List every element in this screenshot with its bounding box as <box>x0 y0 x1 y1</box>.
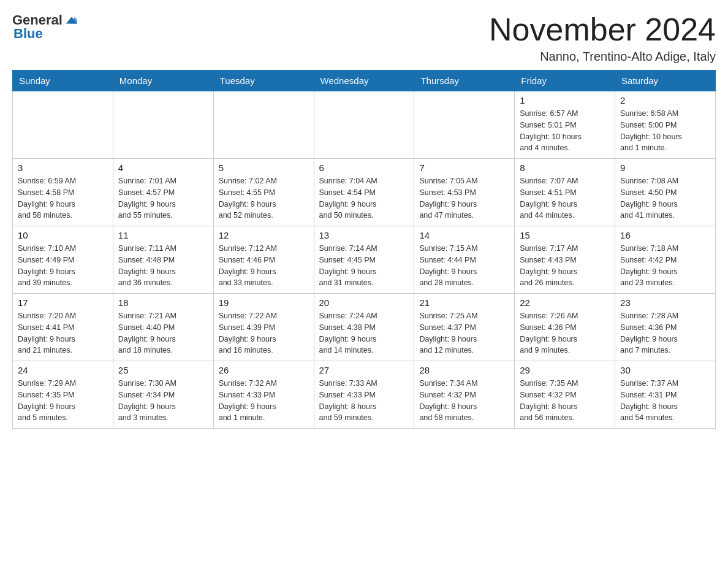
calendar-cell <box>314 91 414 159</box>
day-number: 4 <box>118 163 208 173</box>
day-number: 21 <box>419 297 509 308</box>
day-info: Sunrise: 7:12 AM Sunset: 4:46 PM Dayligh… <box>219 243 309 289</box>
day-number: 26 <box>219 365 309 375</box>
day-info: Sunrise: 7:25 AM Sunset: 4:37 PM Dayligh… <box>419 310 509 356</box>
day-number: 3 <box>18 163 108 173</box>
day-info: Sunrise: 7:04 AM Sunset: 4:54 PM Dayligh… <box>319 175 409 221</box>
day-info: Sunrise: 7:21 AM Sunset: 4:40 PM Dayligh… <box>118 310 208 356</box>
day-info: Sunrise: 7:15 AM Sunset: 4:44 PM Dayligh… <box>419 243 509 289</box>
day-number: 17 <box>18 297 108 308</box>
day-info: Sunrise: 7:17 AM Sunset: 4:43 PM Dayligh… <box>520 243 610 289</box>
calendar-cell: 6Sunrise: 7:04 AM Sunset: 4:54 PM Daylig… <box>314 159 414 226</box>
logo: General Blue <box>12 12 77 42</box>
calendar-cell: 5Sunrise: 7:02 AM Sunset: 4:55 PM Daylig… <box>213 159 314 226</box>
calendar-cell: 26Sunrise: 7:32 AM Sunset: 4:33 PM Dayli… <box>213 361 314 429</box>
week-row-4: 17Sunrise: 7:20 AM Sunset: 4:41 PM Dayli… <box>13 294 716 361</box>
calendar-cell: 8Sunrise: 7:07 AM Sunset: 4:51 PM Daylig… <box>515 159 615 226</box>
calendar-cell: 23Sunrise: 7:28 AM Sunset: 4:36 PM Dayli… <box>615 294 716 361</box>
day-info: Sunrise: 7:18 AM Sunset: 4:42 PM Dayligh… <box>620 243 710 289</box>
day-info: Sunrise: 7:34 AM Sunset: 4:32 PM Dayligh… <box>419 378 509 424</box>
calendar-cell: 18Sunrise: 7:21 AM Sunset: 4:40 PM Dayli… <box>113 294 213 361</box>
calendar-cell: 21Sunrise: 7:25 AM Sunset: 4:37 PM Dayli… <box>414 294 515 361</box>
location: Nanno, Trentino-Alto Adige, Italy <box>489 50 716 64</box>
day-info: Sunrise: 6:58 AM Sunset: 5:00 PM Dayligh… <box>620 108 710 154</box>
weekday-header-wednesday: Wednesday <box>314 71 414 91</box>
day-number: 18 <box>118 297 208 308</box>
calendar-cell <box>13 91 113 159</box>
day-number: 5 <box>219 163 309 173</box>
calendar-table: SundayMondayTuesdayWednesdayThursdayFrid… <box>12 70 716 429</box>
day-info: Sunrise: 7:32 AM Sunset: 4:33 PM Dayligh… <box>219 378 309 424</box>
day-info: Sunrise: 7:24 AM Sunset: 4:38 PM Dayligh… <box>319 310 409 356</box>
weekday-header-tuesday: Tuesday <box>213 71 314 91</box>
day-info: Sunrise: 7:29 AM Sunset: 4:35 PM Dayligh… <box>18 378 108 424</box>
calendar-cell: 29Sunrise: 7:35 AM Sunset: 4:32 PM Dayli… <box>515 361 615 429</box>
day-info: Sunrise: 7:08 AM Sunset: 4:50 PM Dayligh… <box>620 175 710 221</box>
calendar-cell: 11Sunrise: 7:11 AM Sunset: 4:48 PM Dayli… <box>113 226 213 294</box>
weekday-header-row: SundayMondayTuesdayWednesdayThursdayFrid… <box>13 71 716 91</box>
day-number: 23 <box>620 297 710 308</box>
calendar-cell: 16Sunrise: 7:18 AM Sunset: 4:42 PM Dayli… <box>615 226 716 294</box>
weekday-header-saturday: Saturday <box>615 71 716 91</box>
day-number: 13 <box>319 230 409 240</box>
calendar-cell: 10Sunrise: 7:10 AM Sunset: 4:49 PM Dayli… <box>13 226 113 294</box>
day-info: Sunrise: 7:30 AM Sunset: 4:34 PM Dayligh… <box>118 378 208 424</box>
calendar-cell: 4Sunrise: 7:01 AM Sunset: 4:57 PM Daylig… <box>113 159 213 226</box>
weekday-header-friday: Friday <box>515 71 615 91</box>
month-title: November 2024 <box>489 12 716 47</box>
day-number: 22 <box>520 297 610 308</box>
calendar-cell <box>113 91 213 159</box>
day-number: 15 <box>520 230 610 240</box>
calendar-cell <box>213 91 314 159</box>
day-info: Sunrise: 7:28 AM Sunset: 4:36 PM Dayligh… <box>620 310 710 356</box>
weekday-header-monday: Monday <box>113 71 213 91</box>
day-number: 7 <box>419 163 509 173</box>
day-info: Sunrise: 6:59 AM Sunset: 4:58 PM Dayligh… <box>18 175 108 221</box>
calendar-cell: 24Sunrise: 7:29 AM Sunset: 4:35 PM Dayli… <box>13 361 113 429</box>
day-info: Sunrise: 6:57 AM Sunset: 5:01 PM Dayligh… <box>520 108 610 154</box>
title-section: November 2024 Nanno, Trentino-Alto Adige… <box>489 12 716 64</box>
calendar-cell: 7Sunrise: 7:05 AM Sunset: 4:53 PM Daylig… <box>414 159 515 226</box>
calendar-cell: 25Sunrise: 7:30 AM Sunset: 4:34 PM Dayli… <box>113 361 213 429</box>
calendar-cell: 2Sunrise: 6:58 AM Sunset: 5:00 PM Daylig… <box>615 91 716 159</box>
day-number: 20 <box>319 297 409 308</box>
week-row-3: 10Sunrise: 7:10 AM Sunset: 4:49 PM Dayli… <box>13 226 716 294</box>
day-number: 24 <box>18 365 108 375</box>
calendar-cell: 3Sunrise: 6:59 AM Sunset: 4:58 PM Daylig… <box>13 159 113 226</box>
day-info: Sunrise: 7:07 AM Sunset: 4:51 PM Dayligh… <box>520 175 610 221</box>
week-row-1: 1Sunrise: 6:57 AM Sunset: 5:01 PM Daylig… <box>13 91 716 159</box>
calendar-cell: 28Sunrise: 7:34 AM Sunset: 4:32 PM Dayli… <box>414 361 515 429</box>
calendar-cell: 1Sunrise: 6:57 AM Sunset: 5:01 PM Daylig… <box>515 91 615 159</box>
day-info: Sunrise: 7:33 AM Sunset: 4:33 PM Dayligh… <box>319 378 409 424</box>
calendar-cell: 17Sunrise: 7:20 AM Sunset: 4:41 PM Dayli… <box>13 294 113 361</box>
day-info: Sunrise: 7:26 AM Sunset: 4:36 PM Dayligh… <box>520 310 610 356</box>
page-header: General Blue November 2024 Nanno, Trenti… <box>12 12 716 64</box>
calendar-cell: 14Sunrise: 7:15 AM Sunset: 4:44 PM Dayli… <box>414 226 515 294</box>
day-info: Sunrise: 7:10 AM Sunset: 4:49 PM Dayligh… <box>18 243 108 289</box>
calendar-cell: 30Sunrise: 7:37 AM Sunset: 4:31 PM Dayli… <box>615 361 716 429</box>
day-number: 11 <box>118 230 208 240</box>
day-info: Sunrise: 7:35 AM Sunset: 4:32 PM Dayligh… <box>520 378 610 424</box>
day-info: Sunrise: 7:22 AM Sunset: 4:39 PM Dayligh… <box>219 310 309 356</box>
logo-icon <box>64 13 77 27</box>
day-info: Sunrise: 7:01 AM Sunset: 4:57 PM Dayligh… <box>118 175 208 221</box>
day-number: 27 <box>319 365 409 375</box>
calendar-cell: 9Sunrise: 7:08 AM Sunset: 4:50 PM Daylig… <box>615 159 716 226</box>
day-number: 29 <box>520 365 610 375</box>
calendar-cell: 19Sunrise: 7:22 AM Sunset: 4:39 PM Dayli… <box>213 294 314 361</box>
day-info: Sunrise: 7:37 AM Sunset: 4:31 PM Dayligh… <box>620 378 710 424</box>
week-row-5: 24Sunrise: 7:29 AM Sunset: 4:35 PM Dayli… <box>13 361 716 429</box>
day-number: 12 <box>219 230 309 240</box>
day-info: Sunrise: 7:20 AM Sunset: 4:41 PM Dayligh… <box>18 310 108 356</box>
day-number: 9 <box>620 163 710 173</box>
week-row-2: 3Sunrise: 6:59 AM Sunset: 4:58 PM Daylig… <box>13 159 716 226</box>
day-number: 28 <box>419 365 509 375</box>
logo-blue: Blue <box>13 26 43 42</box>
day-number: 6 <box>319 163 409 173</box>
day-number: 1 <box>520 95 610 105</box>
calendar-cell <box>414 91 515 159</box>
calendar-cell: 12Sunrise: 7:12 AM Sunset: 4:46 PM Dayli… <box>213 226 314 294</box>
weekday-header-thursday: Thursday <box>414 71 515 91</box>
day-number: 19 <box>219 297 309 308</box>
calendar-cell: 15Sunrise: 7:17 AM Sunset: 4:43 PM Dayli… <box>515 226 615 294</box>
